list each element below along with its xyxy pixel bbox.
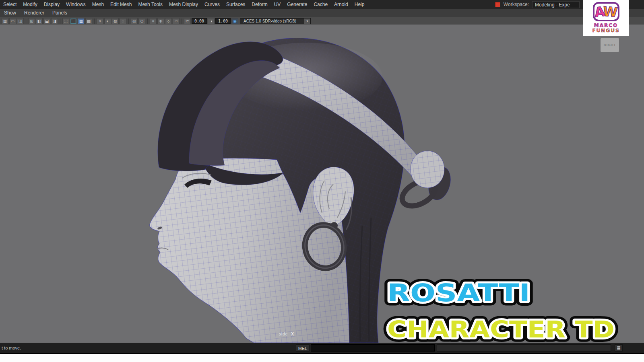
snap-to-grids-icon[interactable]: ⌗ — [150, 18, 157, 24]
title-line-1: ROSATTI — [387, 279, 530, 307]
isolate-select-icon[interactable]: ◎ — [131, 18, 138, 24]
menu-curves[interactable]: Curves — [201, 0, 223, 9]
script-editor-icon[interactable]: ≣ — [615, 344, 623, 352]
panel-toolbar: ▦ ▭ ◫ ⊞ ◧ ⬓ ◨ ⬚ ⬛ ▦ ▩ ☀ ◐ ◍ ◌ ◎ ⊙ ⌗ ✜ ⊹ … — [0, 17, 644, 25]
channel-logo: A W MARCO FUNGUS — [583, 0, 629, 36]
chevron-down-icon[interactable]: ▼ — [304, 19, 310, 24]
title-line-2: CHARACTER TD — [387, 316, 615, 343]
menu-arnold[interactable]: Arnold — [331, 0, 351, 9]
help-line-text: t to move. — [2, 346, 21, 350]
workspace-label: Workspace: — [504, 2, 529, 7]
command-result-field[interactable] — [437, 344, 611, 352]
bottom-capture-strip — [0, 353, 644, 362]
menu-uv[interactable]: UV — [271, 0, 284, 9]
four-pane-layout-icon[interactable]: ⊞ — [28, 18, 35, 24]
workspace-dropdown[interactable]: Modeling - Expe — [532, 1, 580, 8]
toolbar-separator — [182, 19, 182, 24]
gamma-field[interactable] — [215, 18, 231, 24]
menu-mesh-tools[interactable]: Mesh Tools — [135, 0, 165, 9]
menu-help[interactable]: Help — [351, 0, 368, 9]
toolbar-separator — [128, 19, 129, 24]
graph-pane-layout-icon[interactable]: ◨ — [51, 18, 58, 24]
3d-viewport[interactable]: sideX RIGHT ROSATTI ROSATTI ROSATTI CHAR… — [0, 25, 644, 343]
use-all-lights-icon[interactable]: ☀ — [97, 18, 103, 24]
panel-menu-renderer[interactable]: Renderer — [20, 10, 48, 16]
colorspace-value: ACES 1.0 SDR-video (sRGB) — [240, 19, 304, 23]
colorspace-dropdown[interactable]: ACES 1.0 SDR-video (sRGB) ▼ — [240, 18, 311, 24]
outliner-pane-layout-icon[interactable]: ◧ — [36, 18, 43, 24]
toolbar-separator — [147, 19, 148, 24]
split-pane-layout-icon[interactable]: ⬓ — [43, 18, 50, 24]
record-indicator-icon — [495, 2, 500, 7]
maya-window: Select Modify Display Windows Mesh Edit … — [0, 0, 644, 362]
logo-letter-w: W — [602, 3, 618, 20]
two-pane-layout-icon[interactable]: ◫ — [17, 18, 24, 24]
menu-generate[interactable]: Generate — [284, 0, 310, 9]
snap-to-points-icon[interactable]: ⊹ — [165, 18, 172, 24]
menu-mesh[interactable]: Mesh — [89, 0, 107, 9]
panel-menu-show[interactable]: Show — [0, 10, 20, 16]
xray-display-icon[interactable]: ⊙ — [138, 18, 145, 24]
viewcube-right-face[interactable]: RIGHT — [601, 38, 619, 52]
toolbar-separator — [60, 19, 60, 24]
camera-name: side — [279, 332, 288, 336]
mel-command-input[interactable] — [311, 344, 435, 352]
exposure-field[interactable] — [192, 18, 207, 24]
command-line-bar: t to move. MEL ≣ — [0, 343, 644, 353]
motion-blur-icon[interactable]: ◌ — [120, 18, 126, 24]
shadows-icon[interactable]: ◐ — [104, 18, 111, 24]
toolbar-separator — [26, 19, 26, 24]
menu-edit-mesh[interactable]: Edit Mesh — [107, 0, 135, 9]
snap-to-curves-icon[interactable]: ✜ — [157, 18, 164, 24]
color-managed-icon[interactable]: ◉ — [231, 18, 238, 24]
camera-name-label: sideX — [279, 332, 294, 336]
mel-mode-button[interactable]: MEL — [296, 344, 310, 352]
menu-modify[interactable]: Modify — [20, 0, 40, 9]
refresh-icon[interactable]: ⟳ — [184, 18, 191, 24]
panel-menu-panels[interactable]: Panels — [48, 10, 71, 16]
toolbar-separator — [94, 19, 95, 24]
logo-monogram: A W — [593, 2, 619, 21]
menu-deform[interactable]: Deform — [248, 0, 270, 9]
axis-label: X — [291, 332, 294, 336]
screen-space-ao-icon[interactable]: ◍ — [112, 18, 119, 24]
textured-display-icon[interactable]: ▩ — [85, 18, 92, 24]
single-pane-layout-icon[interactable]: ▭ — [9, 18, 16, 24]
panels-menu-icon[interactable]: ▦ — [2, 18, 8, 24]
wireframe-display-icon[interactable]: ⬚ — [62, 18, 69, 24]
smooth-shaded-display-icon[interactable]: ⬛ — [70, 18, 77, 24]
wireframe-on-shaded-icon[interactable]: ▦ — [78, 18, 85, 24]
logo-name-line-2: FUNGUS — [592, 28, 619, 33]
menu-windows[interactable]: Windows — [63, 0, 89, 9]
main-menubar: Select Modify Display Windows Mesh Edit … — [0, 0, 644, 9]
channel-title-overlay: ROSATTI ROSATTI ROSATTI CHARACTER TD CHA… — [382, 274, 644, 343]
panel-menubar: Show Renderer Panels — [0, 9, 644, 17]
menu-mesh-display[interactable]: Mesh Display — [166, 0, 201, 9]
menu-select[interactable]: Select — [0, 0, 20, 9]
gamma-icon[interactable]: ◑ — [208, 18, 215, 24]
menu-display[interactable]: Display — [41, 0, 63, 9]
menu-cache[interactable]: Cache — [310, 0, 331, 9]
make-live-icon[interactable]: ▱ — [173, 18, 180, 24]
menu-surfaces[interactable]: Surfaces — [223, 0, 248, 9]
